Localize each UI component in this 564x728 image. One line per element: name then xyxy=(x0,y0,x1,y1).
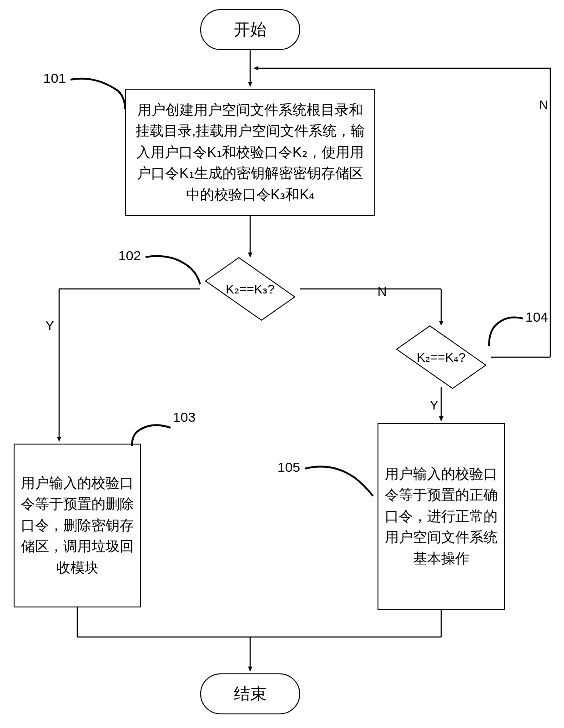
edge-104-no-top: N xyxy=(539,98,548,112)
process-103: 用户输入的校验口令等于预置的删除口令，删除密钥存储区，调用垃圾回收模块 xyxy=(14,444,141,607)
step-label-104: 104 xyxy=(525,309,548,325)
edge-104-yes: Y xyxy=(430,398,438,413)
edge-102-no: N xyxy=(378,284,387,299)
step-label-102: 102 xyxy=(118,248,141,263)
end-label: 结束 xyxy=(234,682,267,706)
process-101-text: 用户创建用户空间文件系统根目录和挂载目录,挂载用户空间文件系统，输入用户口令K₁… xyxy=(131,100,369,206)
edge-102-yes: Y xyxy=(45,318,54,333)
decision-104-text: K₂==K₄? xyxy=(417,350,466,365)
start-node: 开始 xyxy=(200,9,300,50)
process-103-text: 用户输入的校验口令等于预置的删除口令，删除密钥存储区，调用垃圾回收模块 xyxy=(20,473,135,579)
process-105: 用户输入的校验口令等于预置的正确口令，进行正常的用户空间文件系统基本操作 xyxy=(378,423,505,610)
decision-102: K₂==K₃? xyxy=(200,259,300,318)
end-node: 结束 xyxy=(200,673,300,714)
decision-104: K₂==K₄? xyxy=(391,328,491,387)
process-105-text: 用户输入的校验口令等于预置的正确口令，进行正常的用户空间文件系统基本操作 xyxy=(384,464,499,570)
start-label: 开始 xyxy=(234,17,267,42)
step-label-105: 105 xyxy=(277,460,300,475)
decision-102-text: K₂==K₃? xyxy=(226,282,275,297)
step-label-103: 103 xyxy=(173,410,196,425)
step-label-101: 101 xyxy=(43,71,66,86)
process-101: 用户创建用户空间文件系统根目录和挂载目录,挂载用户空间文件系统，输入用户口令K₁… xyxy=(125,89,375,216)
